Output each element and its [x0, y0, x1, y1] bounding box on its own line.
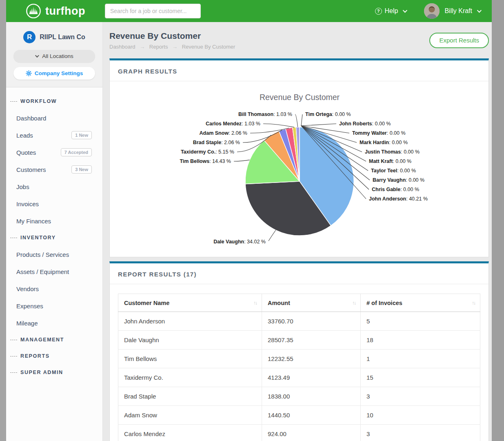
- table-row[interactable]: Brad Staple1838.003: [118, 387, 480, 406]
- table-cell: 15: [361, 368, 480, 387]
- section-dash-icon: [10, 356, 17, 356]
- chevron-down-icon: [477, 8, 482, 13]
- right-scrollbar[interactable]: [492, 0, 504, 441]
- section-dash-icon: [10, 238, 17, 238]
- search-input[interactable]: [105, 4, 201, 18]
- sidebar-item-quotes[interactable]: Quotes7 Accepted: [6, 144, 102, 161]
- user-menu[interactable]: Billy Kraft: [424, 3, 480, 19]
- app-viewport: turfhop ? Help: [0, 0, 504, 441]
- slice-label-john-anderson: John Anderson: 40.21 %: [369, 196, 428, 202]
- brand-name: turfhop: [45, 5, 85, 18]
- help-menu[interactable]: ? Help: [375, 7, 406, 15]
- sidebar-item-expenses[interactable]: Expenses: [6, 297, 102, 314]
- table-row[interactable]: Taxidermy Co.4123.4915: [118, 368, 480, 387]
- slice-label-barry-vaughn: Barry Vaughn: 0.00 %: [373, 177, 424, 183]
- slice-label-john-roberts: John Roberts: 0.00 %: [339, 121, 391, 127]
- slice-label-tim-bellows: Tim Bellows: 14.43 %: [180, 158, 231, 164]
- export-results-button[interactable]: Export Results: [429, 33, 489, 48]
- sidebar-section-reports[interactable]: REPORTS: [6, 348, 102, 364]
- sidebar-item-vendors[interactable]: Vendors: [6, 280, 102, 297]
- sidebar-item-jobs[interactable]: Jobs: [6, 178, 102, 195]
- slice-label-mark-hardin: Mark Hardin: 0.00 %: [360, 140, 408, 145]
- table-cell: 5: [361, 312, 480, 331]
- sidebar-item-label: Mileage: [16, 320, 38, 327]
- report-results-header: REPORT RESULTS (17): [110, 263, 488, 284]
- slice-label-tim-ortega: Tim Ortega: 0.00 %: [305, 111, 351, 117]
- main-content: Revenue By Customer Dashboard → Reports …: [103, 22, 492, 441]
- sidebar-item-assets-equipment[interactable]: Assets / Equipment: [6, 263, 102, 280]
- column-header-customer-name[interactable]: Customer Name↑↓: [118, 294, 262, 312]
- status-badge: 3 New: [71, 165, 92, 174]
- table-cell: Brad Staple: [118, 387, 262, 406]
- sidebar-item-label: Customers: [16, 166, 46, 173]
- left-scroll-gutter[interactable]: [0, 0, 6, 441]
- company-logo: R: [23, 31, 36, 43]
- brand-logo[interactable]: turfhop: [26, 3, 85, 19]
- label-connector-line: [301, 124, 336, 126]
- sidebar-section-management[interactable]: MANAGEMENT: [6, 332, 102, 348]
- table-cell: Adam Snow: [118, 406, 262, 425]
- breadcrumb-current: Revenue By Customer: [182, 44, 235, 50]
- breadcrumb-reports[interactable]: Reports: [149, 44, 168, 50]
- breadcrumb-arrow-icon: →: [172, 44, 178, 50]
- sidebar-item-mileage[interactable]: Mileage: [6, 314, 102, 332]
- slice-label-taylor-teel: Taylor Teel: 0.00 %: [371, 168, 416, 174]
- slice-label-justin-thomas: Justin Thomas: 0.00 %: [365, 149, 420, 155]
- table-row[interactable]: Adam Snow1440.5010: [118, 406, 480, 425]
- turfhop-grass-icon: [26, 3, 41, 19]
- sidebar-section-workflow[interactable]: WORKFLOW: [6, 93, 102, 109]
- section-label: WORKFLOW: [20, 98, 57, 104]
- location-selector[interactable]: All Locations: [13, 50, 95, 62]
- table-cell: 12232.55: [262, 350, 361, 368]
- report-table: Customer Name↑↓Amount↑↓# of Invoices↑↓ J…: [118, 294, 480, 441]
- slice-label-tommy-walter: Tommy Walter: 0.00 %: [352, 130, 406, 136]
- table-cell: Dale Vaughn: [118, 331, 262, 350]
- table-cell: Carlos Mendez: [118, 425, 262, 441]
- column-header-of-invoices[interactable]: # of Invoices↑↓: [361, 294, 480, 312]
- column-label: Customer Name: [124, 300, 169, 306]
- section-label: MANAGEMENT: [20, 337, 64, 343]
- sidebar-item-products-services[interactable]: Products / Services: [6, 246, 102, 263]
- avatar: [424, 3, 440, 19]
- sidebar-item-customers[interactable]: Customers3 New: [6, 161, 102, 178]
- sort-arrows-icon[interactable]: ↑↓: [352, 300, 355, 306]
- sidebar-item-label: Products / Services: [16, 251, 69, 258]
- sort-arrows-icon[interactable]: ↑↓: [472, 300, 475, 306]
- breadcrumb-arrow-icon: →: [140, 44, 145, 50]
- table-row[interactable]: John Anderson33760.705: [118, 312, 480, 331]
- column-header-amount[interactable]: Amount↑↓: [262, 294, 361, 312]
- sidebar: R RIIPL Lawn Co All Locations: [6, 22, 103, 441]
- table-cell: 1440.50: [262, 406, 361, 425]
- table-cell: 924.00: [262, 425, 361, 441]
- sidebar-item-label: Invoices: [16, 200, 39, 207]
- slice-label-dale-vaughn: Dale Vaughn: 34.02 %: [213, 239, 266, 245]
- sidebar-item-label: Vendors: [16, 285, 39, 292]
- chevron-down-icon: [403, 8, 407, 13]
- sort-arrows-icon[interactable]: ↑↓: [253, 300, 257, 306]
- company-settings-button[interactable]: Company Settings: [13, 67, 95, 80]
- chart-title: Revenue By Customer: [260, 93, 340, 102]
- sidebar-company-panel: R RIIPL Lawn Co All Locations: [6, 22, 102, 87]
- sidebar-item-label: Jobs: [16, 183, 29, 190]
- sidebar-item-dashboard[interactable]: Dashboard: [6, 109, 102, 127]
- breadcrumb: Dashboard → Reports → Revenue By Custome…: [109, 44, 235, 50]
- table-row[interactable]: Dale Vaughn28507.3518: [118, 331, 480, 350]
- sidebar-item-invoices[interactable]: Invoices: [6, 195, 102, 212]
- slice-label-adam-snow: Adam Snow: 2.06 %: [200, 130, 247, 136]
- graph-results-header: GRAPH RESULTS: [110, 60, 488, 81]
- status-badge: 7 Accepted: [61, 148, 92, 156]
- column-label: Amount: [268, 300, 290, 306]
- table-row[interactable]: Carlos Mendez924.003: [118, 425, 480, 441]
- section-dash-icon: [10, 372, 17, 373]
- app-window: turfhop ? Help: [6, 0, 492, 441]
- table-row[interactable]: Tim Bellows12232.551: [118, 350, 480, 368]
- top-navbar: turfhop ? Help: [6, 0, 492, 22]
- slice-label-matt-kraft: Matt Kraft: 0.00 %: [369, 158, 411, 164]
- sidebar-item-leads[interactable]: Leads1 New: [6, 127, 102, 144]
- breadcrumb-dashboard[interactable]: Dashboard: [109, 44, 135, 50]
- table-cell: 3: [361, 387, 480, 406]
- sidebar-item-label: Quotes: [16, 149, 36, 156]
- sidebar-item-my-finances[interactable]: My Finances: [6, 212, 102, 229]
- sidebar-section-inventory[interactable]: INVENTORY: [6, 229, 102, 246]
- sidebar-section-super-admin[interactable]: SUPER ADMIN: [6, 364, 102, 381]
